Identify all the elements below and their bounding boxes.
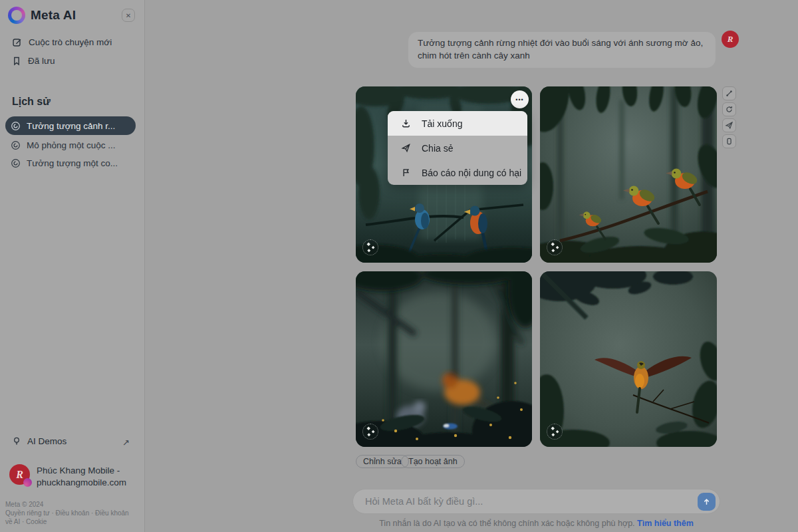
animate-image-label: Tạo hoạt ảnh [408,457,458,466]
composer [352,489,720,514]
lightbulb-icon [12,436,21,446]
history-item-label: Tưởng tượng cảnh r... [27,121,115,131]
regenerate-icon [725,105,733,114]
meta-ai-app: Meta AI ✕ Cuộc trò chuyện mới Đã lưu Lịc… [0,0,798,532]
disclaimer-text: Tin nhắn là do AI tạo và có thể không ch… [379,519,634,528]
history-item-3[interactable]: Tưởng tượng một co... [5,154,136,172]
generated-image-4[interactable] [540,271,717,447]
chat-circle-icon [11,140,21,150]
generated-image-3[interactable] [356,271,532,447]
chat-circle-icon [11,158,21,168]
brand: Meta AI [8,7,76,24]
imagine-sparkle-badge[interactable] [547,239,563,255]
history-title: Lịch sử [12,96,51,108]
send-plane-icon [725,121,733,130]
profile-row[interactable]: R Phúc Khang Mobile - phuckhangmobile.co… [9,464,126,489]
share-button[interactable] [722,118,736,132]
save-button[interactable] [722,134,736,148]
chat-circle-icon [11,121,21,131]
menu-item-share[interactable]: Chia sẻ [388,136,527,160]
ai-demos-button[interactable]: AI Demos [12,436,66,446]
expand-button[interactable] [722,86,736,100]
prompt-input[interactable] [353,489,689,513]
meta-ai-logo-icon [8,7,25,24]
history-item-2[interactable]: Mô phỏng một cuộc ... [5,136,136,154]
animate-image-button[interactable]: Tạo hoạt ảnh [401,455,465,468]
imagine-sparkle-badge[interactable] [362,424,378,440]
saved-label: Đã lưu [28,56,55,66]
profile-name-line2: phuckhangmobile.com [37,477,126,489]
menu-item-label: Báo cáo nội dung có hại [422,168,521,178]
menu-item-label: Chia sẻ [422,143,453,154]
generated-image-2[interactable] [540,86,717,263]
history-item-1[interactable]: Tưởng tượng cảnh r... [5,116,136,135]
profile-name: Phúc Khang Mobile - phuckhangmobile.com [37,464,126,489]
bookmark-icon [12,56,21,66]
legal-links[interactable]: Quyền riêng tư · Điều khoản · Điều khoản… [5,509,137,526]
ai-disclaimer: Tin nhắn là do AI tạo và có thể không ch… [352,519,720,528]
sparkle-icon [363,240,378,255]
avatar-letter: R [16,469,23,481]
sidebar: Meta AI ✕ Cuộc trò chuyện mới Đã lưu Lịc… [0,0,145,532]
flag-icon [401,168,411,178]
menu-item-download[interactable]: Tải xuống [388,111,527,136]
learn-more-link[interactable]: Tìm hiểu thêm [637,519,694,528]
profile-name-line1: Phúc Khang Mobile - [37,465,126,477]
misty-forest-image [356,271,532,447]
arrow-up-icon [702,497,711,506]
message-action-rail [722,86,736,148]
download-icon [401,118,411,128]
close-icon: ✕ [126,12,131,19]
avatar-letter: R [728,34,733,45]
imagine-sparkle-badge[interactable] [547,424,563,440]
history-item-label: Mô phỏng một cuộc ... [27,140,116,150]
save-outline-icon [725,137,733,146]
compose-icon [12,37,22,47]
forest-birds-image [540,86,717,263]
more-icon: ••• [515,96,523,103]
close-sidebar-button[interactable]: ✕ [122,9,135,22]
flying-bird-image [540,271,717,447]
new-chat-label: Cuộc trò chuyện mới [29,37,112,47]
ai-demos-label: AI Demos [27,436,66,446]
history-item-label: Tưởng tượng một co... [27,158,118,168]
brand-name: Meta AI [31,8,76,23]
saved-button[interactable]: Đã lưu [12,56,55,66]
imagine-sparkle-badge[interactable] [362,239,378,255]
sparkle-icon [547,424,562,439]
external-link-icon[interactable]: ↗ [122,438,130,448]
copyright: Meta © 2024 [5,500,43,509]
edit-image-label: Chỉnh sửa [363,457,402,466]
instagram-badge-icon [23,478,32,487]
regenerate-button[interactable] [722,102,736,116]
image-context-menu: Tải xuống Chia sẻ Báo cáo nội dung có hạ… [388,111,527,185]
new-chat-button[interactable]: Cuộc trò chuyện mới [12,37,112,47]
send-button[interactable] [698,493,716,511]
menu-item-label: Tải xuống [422,118,462,129]
expand-icon [725,89,733,98]
sparkle-icon [363,424,378,439]
image-more-button[interactable]: ••• [511,90,529,108]
user-message-bubble: Tưởng tượng cảnh rừng nhiệt đới vào buổi… [408,32,716,68]
sparkle-icon [547,240,562,255]
menu-item-report[interactable]: Báo cáo nội dung có hại [388,160,527,185]
send-plane-icon [401,143,411,153]
user-avatar: R [722,31,739,48]
profile-avatar: R [9,464,30,485]
